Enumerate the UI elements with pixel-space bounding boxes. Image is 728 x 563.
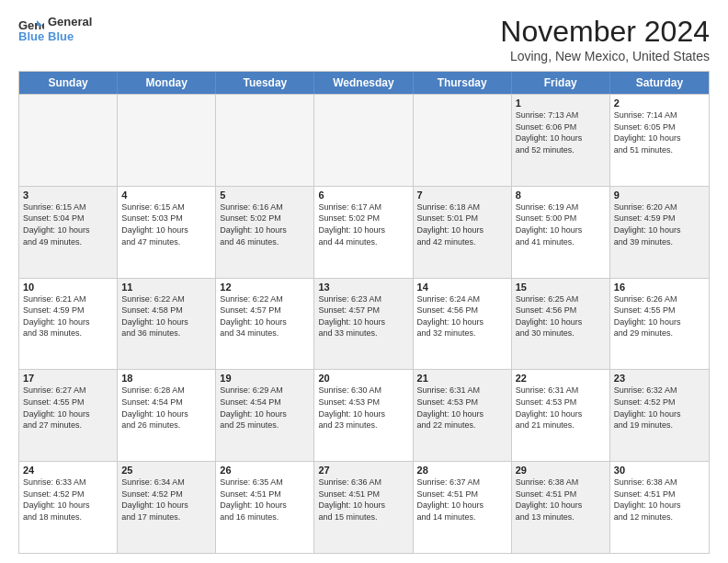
cal-cell: 15Sunrise: 6:25 AM Sunset: 4:56 PM Dayli… <box>512 279 610 370</box>
logo-icon: General Blue <box>18 17 44 42</box>
cal-cell: 18Sunrise: 6:28 AM Sunset: 4:54 PM Dayli… <box>118 370 216 461</box>
logo-text: General Blue <box>48 15 92 43</box>
day-number: 26 <box>220 465 310 476</box>
cell-info: Sunrise: 6:15 AM Sunset: 5:04 PM Dayligh… <box>23 201 113 247</box>
cal-cell: 10Sunrise: 6:21 AM Sunset: 4:59 PM Dayli… <box>19 279 118 370</box>
day-header-sunday: Sunday <box>19 72 118 94</box>
cal-cell <box>216 95 314 186</box>
cell-info: Sunrise: 6:16 AM Sunset: 5:02 PM Dayligh… <box>220 201 310 247</box>
cal-cell: 16Sunrise: 6:26 AM Sunset: 4:55 PM Dayli… <box>610 279 709 370</box>
cal-cell: 14Sunrise: 6:24 AM Sunset: 4:56 PM Dayli… <box>414 279 512 370</box>
cal-cell: 2Sunrise: 7:14 AM Sunset: 6:05 PM Daylig… <box>610 95 709 186</box>
day-number: 10 <box>23 282 113 293</box>
day-number: 22 <box>516 373 606 384</box>
day-number: 19 <box>220 373 310 384</box>
cell-info: Sunrise: 6:28 AM Sunset: 4:54 PM Dayligh… <box>121 385 211 431</box>
cal-cell: 27Sunrise: 6:36 AM Sunset: 4:51 PM Dayli… <box>314 462 413 553</box>
cal-cell: 28Sunrise: 6:37 AM Sunset: 4:51 PM Dayli… <box>414 462 512 553</box>
cell-info: Sunrise: 6:27 AM Sunset: 4:55 PM Dayligh… <box>23 385 113 431</box>
cell-info: Sunrise: 6:15 AM Sunset: 5:03 PM Dayligh… <box>121 201 211 247</box>
logo: General Blue General Blue <box>18 15 92 43</box>
cal-cell: 12Sunrise: 6:22 AM Sunset: 4:57 PM Dayli… <box>216 279 314 370</box>
day-number: 7 <box>417 190 507 201</box>
cal-cell: 5Sunrise: 6:16 AM Sunset: 5:02 PM Daylig… <box>216 187 314 278</box>
day-number: 28 <box>417 465 507 476</box>
cal-cell: 29Sunrise: 6:38 AM Sunset: 4:51 PM Dayli… <box>512 462 610 553</box>
day-header-tuesday: Tuesday <box>216 72 314 94</box>
cell-info: Sunrise: 6:29 AM Sunset: 4:54 PM Dayligh… <box>220 385 310 431</box>
cal-cell: 17Sunrise: 6:27 AM Sunset: 4:55 PM Dayli… <box>19 370 118 461</box>
day-number: 20 <box>318 373 408 384</box>
title-block: November 2024 Loving, New Mexico, United… <box>500 15 710 63</box>
cell-info: Sunrise: 6:26 AM Sunset: 4:55 PM Dayligh… <box>614 293 705 339</box>
cal-cell: 26Sunrise: 6:35 AM Sunset: 4:51 PM Dayli… <box>216 462 314 553</box>
cell-info: Sunrise: 6:21 AM Sunset: 4:59 PM Dayligh… <box>23 293 113 339</box>
cell-info: Sunrise: 6:22 AM Sunset: 4:58 PM Dayligh… <box>121 293 211 339</box>
day-header-saturday: Saturday <box>610 72 709 94</box>
day-number: 30 <box>614 465 705 476</box>
cell-info: Sunrise: 7:13 AM Sunset: 6:06 PM Dayligh… <box>516 109 606 155</box>
cell-info: Sunrise: 6:32 AM Sunset: 4:52 PM Dayligh… <box>614 385 705 431</box>
day-number: 14 <box>417 282 507 293</box>
cal-cell: 20Sunrise: 6:30 AM Sunset: 4:53 PM Dayli… <box>314 370 413 461</box>
cal-cell: 19Sunrise: 6:29 AM Sunset: 4:54 PM Dayli… <box>216 370 314 461</box>
cell-info: Sunrise: 6:18 AM Sunset: 5:01 PM Dayligh… <box>417 201 507 247</box>
svg-text:Blue: Blue <box>18 29 44 42</box>
cell-info: Sunrise: 6:33 AM Sunset: 4:52 PM Dayligh… <box>23 477 113 523</box>
month-title: November 2024 <box>500 15 710 49</box>
calendar: SundayMondayTuesdayWednesdayThursdayFrid… <box>18 71 710 554</box>
cal-cell <box>314 95 413 186</box>
day-number: 18 <box>121 373 211 384</box>
cell-info: Sunrise: 6:34 AM Sunset: 4:52 PM Dayligh… <box>121 477 211 523</box>
cell-info: Sunrise: 6:20 AM Sunset: 4:59 PM Dayligh… <box>614 201 705 247</box>
cal-cell: 6Sunrise: 6:17 AM Sunset: 5:02 PM Daylig… <box>314 187 413 278</box>
day-number: 25 <box>121 465 211 476</box>
cell-info: Sunrise: 6:17 AM Sunset: 5:02 PM Dayligh… <box>318 201 408 247</box>
day-number: 3 <box>23 190 113 201</box>
day-header-monday: Monday <box>118 72 216 94</box>
cell-info: Sunrise: 6:24 AM Sunset: 4:56 PM Dayligh… <box>417 293 507 339</box>
cal-cell: 21Sunrise: 6:31 AM Sunset: 4:53 PM Dayli… <box>414 370 512 461</box>
cal-week-2: 3Sunrise: 6:15 AM Sunset: 5:04 PM Daylig… <box>19 186 709 278</box>
calendar-body: 1Sunrise: 7:13 AM Sunset: 6:06 PM Daylig… <box>19 94 709 553</box>
header: General Blue General Blue November 2024 … <box>18 15 710 63</box>
cell-info: Sunrise: 6:30 AM Sunset: 4:53 PM Dayligh… <box>318 385 408 431</box>
cell-info: Sunrise: 6:36 AM Sunset: 4:51 PM Dayligh… <box>318 477 408 523</box>
day-number: 8 <box>516 190 606 201</box>
day-number: 4 <box>121 190 211 201</box>
cell-info: Sunrise: 6:25 AM Sunset: 4:56 PM Dayligh… <box>516 293 606 339</box>
day-number: 23 <box>614 373 705 384</box>
day-number: 21 <box>417 373 507 384</box>
day-header-friday: Friday <box>512 72 610 94</box>
calendar-header: SundayMondayTuesdayWednesdayThursdayFrid… <box>19 72 709 94</box>
cell-info: Sunrise: 6:35 AM Sunset: 4:51 PM Dayligh… <box>220 477 310 523</box>
day-number: 17 <box>23 373 113 384</box>
day-number: 16 <box>614 282 705 293</box>
cal-week-4: 17Sunrise: 6:27 AM Sunset: 4:55 PM Dayli… <box>19 369 709 461</box>
day-number: 6 <box>318 190 408 201</box>
cal-cell: 13Sunrise: 6:23 AM Sunset: 4:57 PM Dayli… <box>314 279 413 370</box>
cell-info: Sunrise: 6:38 AM Sunset: 4:51 PM Dayligh… <box>516 477 606 523</box>
cal-cell <box>19 95 118 186</box>
day-number: 11 <box>121 282 211 293</box>
day-number: 12 <box>220 282 310 293</box>
cal-cell: 4Sunrise: 6:15 AM Sunset: 5:03 PM Daylig… <box>118 187 216 278</box>
cal-cell: 9Sunrise: 6:20 AM Sunset: 4:59 PM Daylig… <box>610 187 709 278</box>
cal-week-1: 1Sunrise: 7:13 AM Sunset: 6:06 PM Daylig… <box>19 94 709 186</box>
day-header-wednesday: Wednesday <box>314 72 413 94</box>
day-number: 24 <box>23 465 113 476</box>
day-number: 1 <box>516 98 606 109</box>
cell-info: Sunrise: 6:19 AM Sunset: 5:00 PM Dayligh… <box>516 201 606 247</box>
cal-week-3: 10Sunrise: 6:21 AM Sunset: 4:59 PM Dayli… <box>19 278 709 370</box>
cal-cell: 25Sunrise: 6:34 AM Sunset: 4:52 PM Dayli… <box>118 462 216 553</box>
day-number: 2 <box>614 98 705 109</box>
cal-week-5: 24Sunrise: 6:33 AM Sunset: 4:52 PM Dayli… <box>19 461 709 553</box>
location: Loving, New Mexico, United States <box>500 49 710 63</box>
cal-cell: 7Sunrise: 6:18 AM Sunset: 5:01 PM Daylig… <box>414 187 512 278</box>
cal-cell: 30Sunrise: 6:38 AM Sunset: 4:51 PM Dayli… <box>610 462 709 553</box>
cell-info: Sunrise: 6:22 AM Sunset: 4:57 PM Dayligh… <box>220 293 310 339</box>
cal-cell: 11Sunrise: 6:22 AM Sunset: 4:58 PM Dayli… <box>118 279 216 370</box>
day-number: 27 <box>318 465 408 476</box>
page: General Blue General Blue November 2024 … <box>0 0 728 563</box>
cell-info: Sunrise: 7:14 AM Sunset: 6:05 PM Dayligh… <box>614 109 705 155</box>
